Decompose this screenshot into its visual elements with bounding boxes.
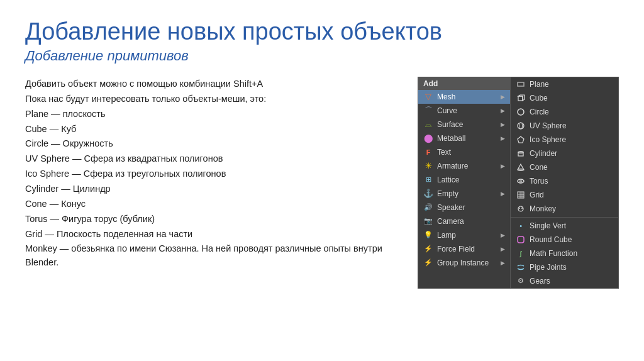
- menu-item-label: Cone: [530, 163, 613, 172]
- description-line: Ico Sphere — Сфера из треугольных полиго…: [25, 167, 405, 182]
- menu-right-item-plane[interactable]: Plane: [511, 77, 618, 91]
- menu-right-item-circle[interactable]: Circle: [511, 105, 618, 119]
- page-subtitle: Добавление примитивов: [25, 48, 619, 64]
- uvsphere-icon: [516, 121, 526, 131]
- submenu-arrow-icon: ▶: [501, 260, 505, 266]
- armature-icon: ✳: [423, 161, 433, 171]
- menu-item-label: UV Sphere: [530, 121, 613, 130]
- menu-left-item-lamp[interactable]: 💡Lamp▶: [418, 228, 510, 242]
- blender-add-menu: Add ▽Mesh▶⌒Curve▶⌓Surface▶⬤Metaball▶FTex…: [418, 77, 619, 289]
- menu-header: Add: [418, 77, 510, 90]
- group-icon: ⚡: [423, 258, 433, 268]
- menu-item-label: Gears: [530, 277, 613, 286]
- menu-right-item-round-cube[interactable]: Round Cube: [511, 233, 618, 247]
- single-icon: •: [516, 221, 526, 231]
- description-line: Monkey — обезьянка по имени Сюзанна. На …: [25, 242, 405, 270]
- camera-icon: 📷: [423, 216, 433, 226]
- menu-item-label: Camera: [437, 217, 505, 226]
- menu-right-item-cylinder[interactable]: Cylinder: [511, 147, 618, 160]
- circle-icon: [516, 107, 526, 117]
- menu-item-label: Cube: [530, 94, 613, 103]
- speaker-icon: 🔊: [423, 203, 433, 213]
- menu-left-item-metaball[interactable]: ⬤Metaball▶: [418, 131, 510, 145]
- menu-right-item-torus[interactable]: Torus: [511, 174, 618, 188]
- description-line: Добавить объект можно с помощью комбинац…: [25, 77, 405, 92]
- menu-left-item-curve[interactable]: ⌒Curve▶: [418, 104, 510, 118]
- menu-left-item-speaker[interactable]: 🔊Speaker: [418, 201, 510, 214]
- menu-item-label: Force Field: [437, 245, 501, 253]
- lamp-icon: 💡: [423, 230, 433, 240]
- menu-item-label: Lattice: [437, 175, 505, 184]
- menu-item-label: Surface: [437, 120, 501, 129]
- submenu-arrow-icon: ▶: [501, 108, 505, 114]
- svg-point-18: [518, 206, 523, 211]
- menu-right-item-math-function[interactable]: ∫Math Function: [511, 247, 618, 260]
- menu-right-item-grid[interactable]: Grid: [511, 188, 618, 202]
- menu-item-label: Curve: [437, 106, 501, 115]
- page-title: Добавление новых простых объектов: [25, 19, 619, 45]
- menu-left-item-group-instance[interactable]: ⚡Group Instance▶: [418, 256, 510, 270]
- menu-separator: [511, 217, 618, 218]
- plane-icon: [516, 79, 526, 89]
- svg-point-19: [519, 208, 520, 209]
- menu-item-label: Round Cube: [530, 235, 613, 244]
- description-line: Circle — Окружность: [25, 136, 405, 152]
- monkey-icon: [516, 204, 526, 214]
- svg-point-12: [519, 181, 522, 182]
- svg-rect-13: [518, 192, 524, 198]
- svg-rect-21: [518, 236, 524, 243]
- svg-point-4: [518, 123, 524, 129]
- menu-item-label: Group Instance: [437, 258, 501, 267]
- menu-item-label: Torus: [530, 177, 613, 186]
- menu-right-item-cube[interactable]: Cube: [511, 91, 618, 105]
- menu-left-item-empty[interactable]: ⚓Empty▶: [418, 187, 510, 201]
- menu-left-item-camera[interactable]: 📷Camera: [418, 214, 510, 228]
- submenu-arrow-icon: ▶: [501, 191, 505, 197]
- menu-right-item-pipe-joints[interactable]: Pipe Joints: [511, 260, 618, 274]
- menu-left-item-text[interactable]: FText: [418, 145, 510, 159]
- menu-right-item-monkey[interactable]: Monkey: [511, 202, 618, 216]
- svg-marker-2: [518, 95, 525, 101]
- menu-item-label: Lamp: [437, 231, 501, 240]
- icosphere-icon: [516, 135, 526, 145]
- menu-item-label: Empty: [437, 189, 501, 198]
- menu-item-label: Speaker: [437, 203, 505, 212]
- svg-point-11: [518, 179, 524, 183]
- lattice-icon: ⊞: [423, 175, 433, 185]
- menu-item-label: Plane: [530, 80, 613, 89]
- menu-left-item-force-field[interactable]: ⚡Force Field▶: [418, 242, 510, 256]
- menu-item-label: Single Vert: [530, 221, 613, 230]
- svg-point-3: [518, 109, 524, 115]
- menu-left-item-armature[interactable]: ✳Armature▶: [418, 159, 510, 173]
- description-line: Torus — Фигура торус (бублик): [25, 212, 405, 227]
- menu-right-item-cone[interactable]: Cone: [511, 160, 618, 174]
- menu-left-item-lattice[interactable]: ⊞Lattice: [418, 173, 510, 187]
- grid-icon: [516, 190, 526, 200]
- menu-left-item-mesh[interactable]: ▽Mesh▶: [418, 90, 510, 104]
- menu-right-item-gears[interactable]: ⚙Gears: [511, 274, 618, 288]
- menu-right-item-single-vert[interactable]: •Single Vert: [511, 219, 618, 233]
- content-area: Добавить объект можно с помощью комбинац…: [25, 77, 619, 348]
- submenu-arrow-icon: ▶: [501, 246, 505, 252]
- description-line: Cylinder — Цилиндр: [25, 182, 405, 197]
- menu-left-item-surface[interactable]: ⌓Surface▶: [418, 118, 510, 131]
- cube-icon: [516, 93, 526, 103]
- menu-item-label: Grid: [530, 191, 613, 199]
- menu-item-label: Armature: [437, 162, 501, 170]
- force-icon: ⚡: [423, 244, 433, 254]
- menu-item-label: Monkey: [530, 204, 613, 213]
- cylinder-icon: [516, 148, 526, 158]
- submenu-arrow-icon: ▶: [501, 121, 505, 128]
- metaball-icon: ⬤: [423, 133, 433, 143]
- pipe-icon: [516, 262, 526, 272]
- submenu-arrow-icon: ▶: [501, 163, 505, 169]
- menu-item-label: Pipe Joints: [530, 263, 613, 272]
- description-line: Grid — Плоскость поделенная на части: [25, 227, 405, 242]
- empty-icon: ⚓: [423, 189, 433, 199]
- menu-right-item-ico-sphere[interactable]: Ico Sphere: [511, 133, 618, 147]
- description-line: Cone — Конус: [25, 197, 405, 212]
- description-line: UV Sphere — Сфера из квадратных полигоно…: [25, 152, 405, 167]
- menu-right-item-uv-sphere[interactable]: UV Sphere: [511, 119, 618, 133]
- cone-icon: [516, 162, 526, 172]
- menu-left-panel: Add ▽Mesh▶⌒Curve▶⌓Surface▶⬤Metaball▶FTex…: [418, 77, 511, 288]
